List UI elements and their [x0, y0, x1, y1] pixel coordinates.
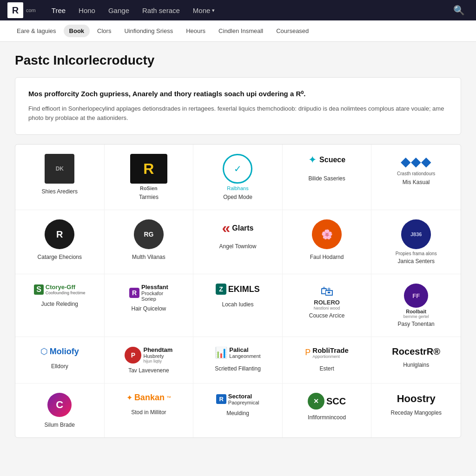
partner-name: Tav Lavevenene [128, 367, 169, 374]
info-body: Find effioort in Sonherlopecylind applag… [28, 104, 448, 124]
sub-nav-item-uinfionding[interactable]: Uinfionding Sriess [119, 25, 178, 37]
page-title: Pastc Inlcorlecroducty [15, 53, 461, 68]
partner-logo: S Ctorye-Gff Coofounding frectime [34, 284, 85, 295]
partner-name: Coucse Arcice [309, 312, 345, 319]
partner-cell[interactable]: DK Shies Arediers [15, 145, 105, 210]
partner-name: Tarmies [139, 194, 159, 200]
partner-cell[interactable]: ✕ SCC Infiformnincood [283, 383, 372, 437]
partner-logo: Hoostry [397, 393, 436, 405]
partner-name: Infiformnincood [308, 414, 346, 421]
sub-nav-item-cindlen[interactable]: Cindlen Insmeall [213, 25, 269, 37]
partner-cell[interactable]: R Catarge Ehecions [15, 210, 105, 274]
partner-logo: P Phendtam Husbrety hijun liqtiy [125, 346, 172, 364]
partner-cell[interactable]: 🌸 Faul Hodarnd [283, 210, 372, 274]
partner-name: Elldory [51, 363, 68, 370]
partner-logo: Z EKIMLS [216, 284, 260, 295]
partner-cell[interactable]: P Phendtam Husbrety hijun liqtiy Tav Lav… [105, 337, 194, 383]
sub-nav: Eare & laguies Book Clors Uinfionding Sr… [0, 20, 476, 42]
partner-logo: R [45, 219, 74, 249]
partner-name: Catarge Ehecions [38, 254, 82, 260]
nav-item-gange[interactable]: Gange [102, 0, 136, 20]
partner-cell[interactable]: S Ctorye-Gff Coofounding frectime Jucte … [15, 274, 105, 337]
partner-logo: R Sectoral Paopreymical [216, 393, 259, 405]
partner-logo: ✓ [223, 154, 252, 184]
partner-logo: ✕ SCC [308, 393, 346, 410]
logo-subtext: com [26, 7, 36, 13]
partner-logo: R Plessfant Prockafor Soriep [129, 284, 168, 302]
partner-name: Faul Hodarnd [310, 254, 344, 260]
partner-cell[interactable]: R Sectoral Paopreymical Meulding [193, 383, 283, 437]
partner-name: Scrietted Fillanting [215, 365, 261, 372]
partner-logo: ⬡ Moliofy [40, 346, 79, 357]
partner-logo: 📊 Palical Langeonment [215, 346, 260, 359]
partner-name: Hunlglains [403, 362, 429, 368]
partner-name: Stod in Millitor [131, 409, 166, 416]
partner-name: Oped Mode [223, 194, 252, 200]
partner-logo: FF Roolbait bemme gertel [403, 284, 429, 319]
partner-cell[interactable]: P RobliTrade Apportionment Estert [283, 337, 372, 383]
partner-logo: J836 [401, 219, 431, 249]
partner-logo: 🌸 [312, 219, 342, 249]
partner-logo: 🛍 ROLERO Nestloni wood [314, 284, 340, 311]
partner-logo: ✦ Bankan™ [126, 393, 171, 403]
partner-brand: Ralbhans [227, 185, 248, 191]
partner-cell[interactable]: 📊 Palical Langeonment Scrietted Fillanti… [193, 337, 283, 383]
partner-brand: Propies frama alons [396, 251, 437, 256]
partner-name: Jucte Releding [41, 301, 78, 307]
nav-item-mone[interactable]: Mone ▾ [186, 0, 222, 20]
nav-item-tree[interactable]: Tree [45, 0, 72, 20]
partner-name: Mis Kasual [403, 179, 430, 185]
partner-cell[interactable]: FF Roolbait bemme gertel Pasy Tonentan [371, 274, 461, 337]
partner-name: Hair Quicelow [132, 305, 166, 312]
partner-name: Estert [319, 365, 334, 372]
partner-name: Shies Arediers [42, 188, 78, 195]
partner-name: Bilide Saseries [308, 175, 345, 182]
partner-brand: Crasth rationdours [397, 171, 435, 176]
partner-logo: DK [45, 154, 74, 184]
partner-logo: RG [134, 219, 164, 249]
partner-cell[interactable]: ✦ Bankan™ Stod in Millitor [105, 383, 194, 437]
partner-cell[interactable]: R RoSien Tarmies [105, 145, 194, 210]
sub-nav-item-courseased[interactable]: Courseased [271, 25, 314, 37]
partner-cell[interactable]: RocestrR® Hunlglains [371, 337, 461, 383]
sub-nav-item-book[interactable]: Book [64, 25, 90, 37]
sub-nav-item-eare[interactable]: Eare & laguies [11, 25, 62, 37]
partner-cell[interactable]: ◆◆◆ Crasth rationdours Mis Kasual [371, 145, 461, 210]
partner-cell[interactable]: ✓ Ralbhans Oped Mode [193, 145, 283, 210]
nav-item-rath[interactable]: Rath serace [136, 0, 186, 20]
info-headline: Mos profforcity Zoch gupriess, Anarely a… [28, 89, 448, 99]
partner-cell[interactable]: Z EKIMLS Locah Iudies [193, 274, 283, 337]
logo[interactable]: R com [7, 2, 36, 18]
partner-name: Multh Vilanas [132, 254, 165, 260]
partner-name: Pasy Tonentan [398, 321, 435, 327]
partner-cell[interactable]: R Plessfant Prockafor Soriep Hair Quicel… [105, 274, 194, 337]
partners-grid: DK Shies Arediers R RoSien Tarmies ✓ Ral… [15, 144, 461, 438]
partner-name: Locah Iudies [222, 301, 253, 308]
partner-cell[interactable]: ✦ Scuece Bilide Saseries [283, 145, 372, 210]
partner-cell[interactable]: Hoostry Receday Mangoples [371, 383, 461, 437]
partner-cell[interactable]: « Glarts Angel Townlow [193, 210, 283, 274]
partner-cell[interactable]: ⬡ Moliofy Elldory [15, 337, 105, 383]
partner-logo: P RobliTrade Apportionment [305, 346, 349, 359]
partner-logo: R [130, 154, 167, 184]
top-nav: R com Tree Hono Gange Rath serace Mone ▾… [0, 0, 476, 20]
partner-name: Janica Senters [398, 258, 435, 264]
chevron-down-icon: ▾ [212, 7, 215, 13]
partner-logo: « Glarts [222, 219, 253, 237]
partner-brand: RoSien [140, 185, 158, 191]
partner-cell[interactable]: RG Multh Vilanas [105, 210, 194, 274]
search-icon[interactable]: 🔍 [450, 5, 469, 16]
nav-item-hono[interactable]: Hono [72, 0, 102, 20]
partner-logo: RocestrR® [392, 346, 440, 357]
logo-box: R [7, 2, 23, 18]
partner-cell[interactable]: 🛍 ROLERO Nestloni wood Coucse Arcice [283, 274, 372, 337]
partner-logo: C [47, 393, 72, 417]
partner-logo: ◆◆◆ [401, 154, 431, 169]
sub-nav-item-clors[interactable]: Clors [92, 25, 117, 37]
partner-name: Silum Brade [45, 422, 75, 428]
partner-cell[interactable]: C Silum Brade [15, 383, 105, 437]
info-card: Mos profforcity Zoch gupriess, Anarely a… [15, 77, 461, 135]
partner-cell[interactable]: J836 Propies frama alons Janica Senters [371, 210, 461, 274]
partner-name: Angel Townlow [219, 243, 257, 250]
sub-nav-item-heours[interactable]: Heours [180, 25, 211, 37]
